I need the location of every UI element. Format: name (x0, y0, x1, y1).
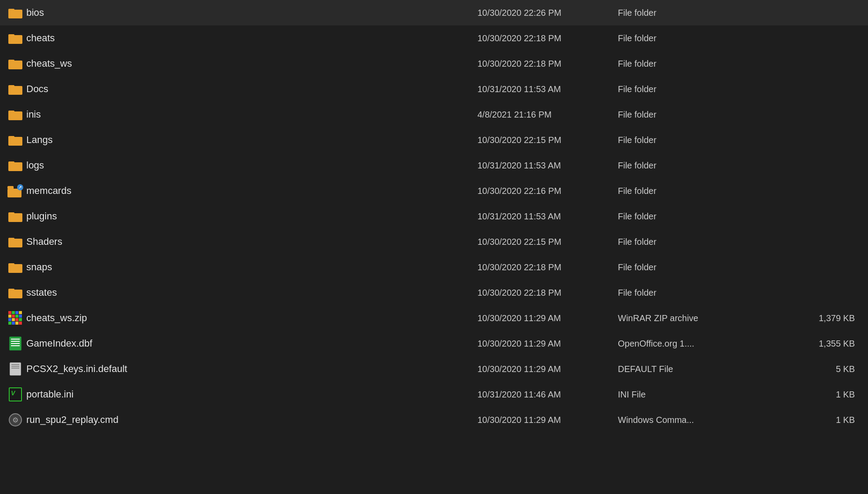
file-icon-cell (4, 58, 26, 69)
file-name: cheats_ws.zip (26, 312, 477, 324)
file-row[interactable]: cheats_ws.zip 10/30/2020 11:29 AM WinRAR… (0, 305, 868, 331)
file-type: File folder (618, 186, 785, 196)
file-size: 1,355 KB (785, 339, 864, 349)
file-date: 10/31/2020 11:46 AM (477, 390, 618, 400)
folder-icon (8, 109, 22, 120)
file-row[interactable]: logs 10/31/2020 11:53 AM File folder (0, 153, 868, 178)
file-name: cheats_ws (26, 58, 477, 69)
file-date: 10/30/2020 22:18 PM (477, 59, 618, 69)
file-row[interactable]: Docs 10/31/2020 11:53 AM File folder (0, 76, 868, 102)
file-date: 10/31/2020 11:53 AM (477, 161, 618, 171)
file-name: logs (26, 160, 477, 171)
file-icon-cell (4, 160, 26, 171)
file-date: 10/30/2020 22:26 PM (477, 8, 618, 18)
file-date: 10/30/2020 22:18 PM (477, 288, 618, 298)
file-icon-cell (4, 362, 26, 376)
file-name: Shaders (26, 236, 477, 247)
file-icon-cell (4, 83, 26, 95)
file-size: 1,379 KB (785, 313, 864, 323)
file-row[interactable]: PCSX2_keys.ini.default 10/30/2020 11:29 … (0, 356, 868, 382)
file-name: bios (26, 7, 477, 18)
file-date: 4/8/2021 21:16 PM (477, 110, 618, 120)
file-name: memcards (26, 185, 477, 197)
file-name: Docs (26, 83, 477, 95)
file-name: PCSX2_keys.ini.default (26, 363, 477, 375)
ini-icon (9, 387, 22, 401)
file-date: 10/30/2020 11:29 AM (477, 339, 618, 349)
file-type: OpenOffice.org 1.... (618, 339, 785, 349)
file-date: 10/30/2020 22:18 PM (477, 33, 618, 43)
cmd-icon (9, 413, 22, 426)
file-type: DEFAULT File (618, 364, 785, 374)
file-row[interactable]: cheats_ws 10/30/2020 22:18 PM File folde… (0, 51, 868, 76)
folder-icon (8, 211, 22, 222)
file-icon-cell (4, 311, 26, 325)
file-type: File folder (618, 110, 785, 120)
file-row[interactable]: Langs 10/30/2020 22:15 PM File folder (0, 127, 868, 153)
file-row[interactable]: snaps 10/30/2020 22:18 PM File folder (0, 254, 868, 280)
file-type: Windows Comma... (618, 415, 785, 425)
file-icon-cell (4, 287, 26, 298)
file-type: File folder (618, 161, 785, 171)
file-row[interactable]: portable.ini 10/31/2020 11:46 AM INI Fil… (0, 382, 868, 407)
file-icon-cell (4, 261, 26, 273)
file-size: 1 KB (785, 390, 864, 400)
file-date: 10/30/2020 11:29 AM (477, 313, 618, 323)
file-name: run_spu2_replay.cmd (26, 414, 477, 426)
file-date: 10/31/2020 11:53 AM (477, 211, 618, 222)
file-type: File folder (618, 262, 785, 272)
file-name: Langs (26, 134, 477, 146)
file-date: 10/30/2020 22:16 PM (477, 186, 618, 196)
file-icon-cell (4, 211, 26, 222)
file-type: File folder (618, 288, 785, 298)
file-icon-cell (4, 32, 26, 44)
folder-icon (8, 261, 22, 273)
file-name: snaps (26, 261, 477, 273)
file-row[interactable]: run_spu2_replay.cmd 10/30/2020 11:29 AM … (0, 407, 868, 433)
file-date: 10/30/2020 22:15 PM (477, 135, 618, 145)
file-type: File folder (618, 8, 785, 18)
file-icon-cell (4, 387, 26, 401)
folder-icon (8, 236, 22, 247)
file-type: File folder (618, 211, 785, 222)
file-type: File folder (618, 84, 785, 94)
file-row[interactable]: ↗ memcards 10/30/2020 22:16 PM File fold… (0, 178, 868, 204)
file-row[interactable]: cheats 10/30/2020 22:18 PM File folder (0, 25, 868, 51)
file-type: File folder (618, 135, 785, 145)
file-type: WinRAR ZIP archive (618, 313, 785, 323)
file-row[interactable]: plugins 10/31/2020 11:53 AM File folder (0, 204, 868, 229)
folder-icon (8, 32, 22, 44)
folder-icon (8, 160, 22, 171)
file-type: File folder (618, 59, 785, 69)
file-icon-cell (4, 109, 26, 120)
file-icon-cell (4, 134, 26, 146)
default-file-icon (10, 362, 21, 376)
file-date: 10/31/2020 11:53 AM (477, 84, 618, 94)
file-icon-cell (4, 336, 26, 351)
folder-icon (8, 58, 22, 69)
zip-icon (8, 311, 22, 325)
file-name: GameIndex.dbf (26, 338, 477, 349)
folder-icon (8, 287, 22, 298)
file-date: 10/30/2020 11:29 AM (477, 364, 618, 374)
file-name: plugins (26, 211, 477, 222)
file-icon-cell (4, 236, 26, 247)
file-type: File folder (618, 33, 785, 43)
file-type: INI File (618, 390, 785, 400)
file-row[interactable]: sstates 10/30/2020 22:18 PM File folder (0, 280, 868, 305)
file-list: bios 10/30/2020 22:26 PM File folder che… (0, 0, 868, 433)
file-name: sstates (26, 287, 477, 298)
file-icon-cell (4, 7, 26, 18)
folder-special-icon: ↗ (7, 184, 23, 197)
file-date: 10/30/2020 22:18 PM (477, 262, 618, 272)
file-icon-cell: ↗ (4, 184, 26, 197)
file-row[interactable]: Shaders 10/30/2020 22:15 PM File folder (0, 229, 868, 254)
folder-icon (8, 134, 22, 146)
file-row[interactable]: GameIndex.dbf 10/30/2020 11:29 AM OpenOf… (0, 331, 868, 356)
folder-icon (8, 83, 22, 95)
file-row[interactable]: inis 4/8/2021 21:16 PM File folder (0, 102, 868, 127)
file-date: 10/30/2020 22:15 PM (477, 237, 618, 247)
file-name: portable.ini (26, 389, 477, 400)
file-row[interactable]: bios 10/30/2020 22:26 PM File folder (0, 0, 868, 25)
dbf-icon (9, 336, 22, 351)
